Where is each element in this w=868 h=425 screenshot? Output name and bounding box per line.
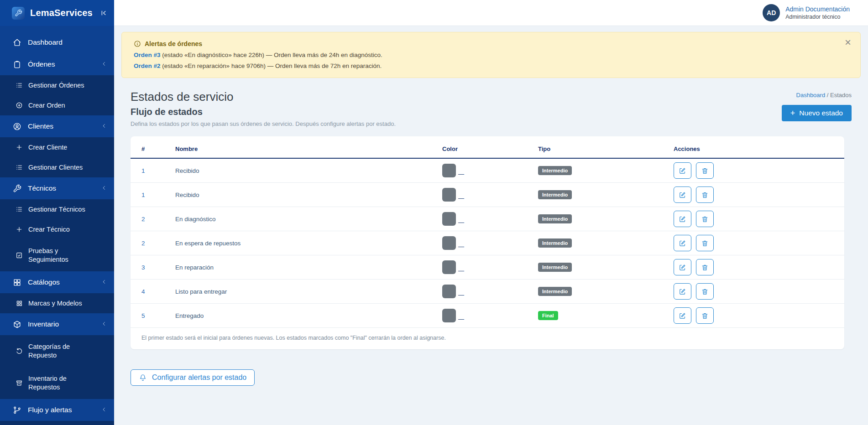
home-icon — [13, 38, 21, 47]
page-title: Estados de servicio — [131, 90, 396, 104]
plus-circle-icon — [16, 102, 23, 109]
chevron-left-icon — [101, 406, 107, 414]
configure-alerts-button[interactable]: Configurar alertas por estado — [131, 369, 255, 386]
sidebar-item-tecnicos[interactable]: Técnicos — [0, 177, 114, 199]
clipboard-icon — [13, 60, 21, 69]
page-description: Defina los estados por los que pasan sus… — [131, 120, 396, 127]
table-row: 2 En diagnóstico — Intermedio — [131, 207, 844, 231]
col-header-acciones: Acciones — [670, 136, 844, 158]
table-row: 1 Recibido — Intermedio — [131, 183, 844, 207]
branch-icon — [13, 406, 21, 415]
color-swatch — [442, 188, 456, 202]
wrench-icon — [13, 184, 21, 193]
edit-button[interactable] — [674, 283, 691, 300]
brand-name: LemaServices — [30, 8, 93, 18]
table-row: 4 Listo para entregar — Intermedio — [131, 280, 844, 304]
close-icon[interactable]: × — [845, 37, 851, 48]
person-circle-icon — [13, 122, 21, 131]
sidebar-item-gestionar-clientes[interactable]: Gestionar Clientes — [0, 157, 114, 177]
color-swatch — [442, 309, 456, 322]
sidebar: LemaServices Dashboard Órdenes Gestionar… — [0, 0, 114, 425]
color-swatch — [442, 236, 456, 250]
grid-icon — [13, 278, 21, 287]
category-arrow-icon — [16, 347, 23, 355]
alert-line: Orden #3 (estado «En diagnóstico» hace 2… — [134, 52, 848, 58]
top-header: AD Admin Documentación Administrador téc… — [114, 0, 868, 26]
states-table: # Nombre Color Tipo Acciones 1 Recibido … — [131, 136, 844, 328]
avatar[interactable]: AD — [763, 4, 780, 21]
delete-button[interactable] — [696, 283, 714, 300]
submenu-clientes: Crear Cliente Gestionar Clientes — [0, 137, 114, 177]
sidebar-item-ordenes[interactable]: Órdenes — [0, 53, 114, 75]
chevron-left-icon — [101, 320, 107, 328]
sidebar-item-gestionar-tecnicos[interactable]: Gestionar Técnicos — [0, 199, 114, 219]
breadcrumb: Dashboard / Estados — [782, 92, 852, 98]
sidebar-item-clientes[interactable]: Clientes — [0, 115, 114, 137]
sidebar-item-crear-cliente[interactable]: Crear Cliente — [0, 137, 114, 157]
sidebar-item-crear-orden[interactable]: Crear Orden — [0, 95, 114, 115]
brand-logo-icon — [12, 7, 25, 20]
page-head-left: Estados de servicio Flujo de estados Def… — [131, 90, 396, 127]
edit-button[interactable] — [674, 162, 691, 179]
plus-icon — [16, 226, 23, 233]
edit-button[interactable] — [674, 259, 691, 275]
sidebar-item-catalogos[interactable]: Catálogos — [0, 271, 114, 293]
sidebar-item-marcas-modelos[interactable]: Marcas y Modelos — [0, 293, 114, 313]
new-state-button[interactable]: + Nuevo estado — [782, 105, 852, 121]
archive-icon — [16, 379, 23, 387]
list-icon — [16, 164, 23, 171]
grid-small-icon — [16, 300, 23, 307]
delete-button[interactable] — [696, 307, 714, 324]
chevron-left-icon — [101, 122, 107, 130]
order-link[interactable]: Orden #3 — [134, 52, 161, 58]
user-info[interactable]: Admin Documentación Administrador técnic… — [785, 5, 850, 20]
sidebar-nav: Dashboard Órdenes Gestionar Órdenes Crea… — [0, 26, 114, 425]
sidebar-item-gestionar-ordenes[interactable]: Gestionar Órdenes — [0, 75, 114, 95]
sidebar-item-dashboard[interactable]: Dashboard — [0, 31, 114, 53]
sidebar-item-crear-tecnico[interactable]: Crear Técnico — [0, 219, 114, 239]
order-link[interactable]: Orden #2 — [134, 62, 161, 69]
breadcrumb-link-dashboard[interactable]: Dashboard — [796, 92, 826, 98]
edit-button[interactable] — [674, 235, 691, 251]
sidebar-item-inventario-repuestos[interactable]: Inventario de Repuestos — [0, 367, 114, 399]
sidebar-item-categorias-repuesto[interactable]: Categorías de Repuesto — [0, 335, 114, 367]
sidebar-collapse-icon[interactable] — [100, 10, 107, 16]
delete-button[interactable] — [696, 187, 714, 203]
edit-button[interactable] — [674, 211, 691, 227]
sidebar-item-pruebas-seguimientos[interactable]: Pruebas y Seguimientos — [0, 239, 114, 271]
user-name: Admin Documentación — [785, 5, 850, 13]
plus-icon: + — [790, 109, 795, 117]
delete-button[interactable] — [696, 235, 714, 251]
sidebar-item-estados-servicio[interactable]: Estados de servicio — [0, 421, 114, 425]
submenu-flujo: Estados de servicio — [0, 421, 114, 425]
plus-icon — [16, 144, 23, 151]
delete-button[interactable] — [696, 259, 714, 275]
table-row: 2 En espera de repuestos — Intermedio — [131, 231, 844, 255]
type-badge: Intermedio — [538, 214, 572, 223]
color-swatch — [442, 164, 456, 177]
edit-button[interactable] — [674, 307, 691, 324]
chevron-left-icon — [101, 184, 107, 192]
delete-button[interactable] — [696, 162, 714, 179]
sidebar-item-flujo-alertas[interactable]: Flujo y alertas — [0, 399, 114, 421]
alert-title: Alertas de órdenes — [145, 40, 202, 47]
type-badge: Intermedio — [538, 190, 572, 199]
box-icon — [13, 320, 21, 329]
table-row: 1 Recibido — Intermedio — [131, 158, 844, 183]
submenu-tecnicos: Gestionar Técnicos Crear Técnico Pruebas… — [0, 199, 114, 271]
col-header-tipo: Tipo — [534, 136, 670, 158]
type-badge: Intermedio — [538, 287, 572, 296]
type-badge: Intermedio — [538, 238, 572, 248]
bell-icon — [139, 373, 147, 382]
page-head-right: Dashboard / Estados + Nuevo estado — [782, 90, 852, 127]
submenu-inventario: Categorías de Repuesto Inventario de Rep… — [0, 335, 114, 399]
sidebar-item-inventario[interactable]: Inventario — [0, 313, 114, 335]
user-role: Administrador técnico — [785, 14, 850, 20]
submenu-ordenes: Gestionar Órdenes Crear Orden — [0, 75, 114, 115]
color-swatch — [442, 260, 456, 274]
chevron-left-icon — [101, 278, 107, 286]
list-icon — [16, 82, 23, 89]
edit-button[interactable] — [674, 187, 691, 203]
brand[interactable]: LemaServices — [0, 0, 114, 26]
delete-button[interactable] — [696, 211, 714, 227]
